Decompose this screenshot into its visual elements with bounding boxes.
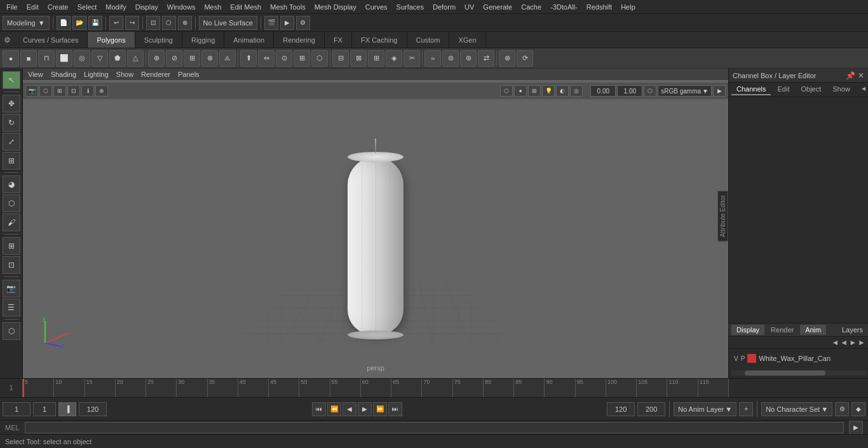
edge-ring-btn[interactable]: ⊠ [350,50,367,67]
anim-end-input[interactable] [607,402,635,416]
render-settings-btn[interactable]: ⚙ [296,16,310,30]
play-back-btn[interactable]: ◀ [342,402,356,416]
tab-rendering[interactable]: Rendering [274,32,325,48]
vp-menu-panels[interactable]: Panels [178,71,200,78]
menu-cache[interactable]: Cache [517,2,545,12]
menu-mesh-tools[interactable]: Mesh Tools [266,2,309,12]
no-character-set-dropdown[interactable]: No Character Set ▼ [761,402,832,416]
tab-settings-btn[interactable]: ⚙ [0,33,14,47]
boolean-btn[interactable]: ⊗ [201,50,218,67]
cb-tab-object[interactable]: Object [796,84,826,95]
layer-tab-render[interactable]: Render [766,325,799,335]
char-set-key-btn[interactable]: ◆ [851,402,865,416]
vp-ao-btn[interactable]: ◎ [570,85,583,97]
layer-p-btn[interactable]: P [741,355,745,362]
outliner-btn[interactable]: ☰ [3,299,20,316]
menu-mesh-display[interactable]: Mesh Display [311,2,360,12]
command-execute-btn[interactable]: ▶ [849,421,863,435]
max-frame-input[interactable] [637,402,665,416]
cb-tab-show[interactable]: Show [827,84,855,95]
layer-scrollbar-thumb[interactable] [745,370,825,376]
lasso-btn[interactable]: ⬡ [162,16,176,30]
timeline-ruler[interactable]: 5101520253035404550556065707580859095100… [23,379,728,397]
save-scene-btn[interactable]: 💾 [88,16,102,30]
show-grid-btn[interactable]: ⊞ [3,237,20,255]
tab-polygons[interactable]: Polygons [88,32,135,48]
vp-cam-btn[interactable]: 📷 [25,85,38,97]
menu-redshift[interactable]: Redshift [583,2,616,12]
menu-windows[interactable]: Windows [163,2,200,12]
menu-3dtoall[interactable]: -3DtoAll- [546,2,581,12]
new-scene-btn[interactable]: 📄 [57,16,71,30]
cb-tab-edit[interactable]: Edit [772,84,794,95]
tab-rigging[interactable]: Rigging [182,32,224,48]
menu-generate[interactable]: Generate [479,2,516,12]
vp-smooth-shade-btn[interactable]: ● [514,85,527,97]
menu-mesh[interactable]: Mesh [200,2,225,12]
open-scene-btn[interactable]: 📂 [72,16,86,30]
mirror-btn[interactable]: ⧌ [219,50,236,67]
append-btn[interactable]: ⊞ [294,50,310,67]
tab-xgen[interactable]: XGen [449,32,485,48]
menu-surfaces[interactable]: Surfaces [393,2,428,12]
vp-gamma-dropdown[interactable]: sRGB gamma ▼ [658,85,712,97]
current-frame-input[interactable] [33,402,56,416]
menu-edit-mesh[interactable]: Edit Mesh [226,2,265,12]
redo-btn[interactable]: ↪ [125,16,139,30]
step-fwd-btn[interactable]: ⏩ [373,402,387,416]
vp-light-btn[interactable]: 💡 [542,85,555,97]
tab-custom[interactable]: Custom [407,32,450,48]
paint-weights-btn[interactable]: ⊗ [499,50,515,67]
cb-right-arrow[interactable]: ◂ [862,84,865,95]
render-btn[interactable]: ⬡ [3,322,20,340]
menu-display[interactable]: Display [132,2,162,12]
vp-menu-view[interactable]: View [28,71,43,78]
vp-menu-lighting[interactable]: Lighting [84,71,109,78]
cube-btn[interactable]: ■ [20,50,37,67]
paint-tool-btn[interactable]: 🖌 [3,214,20,231]
move-tool-btn[interactable]: ✥ [3,95,20,112]
layer-scrollbar[interactable] [731,370,865,376]
menu-modify[interactable]: Modify [102,2,130,12]
soft-select-btn[interactable]: ◕ [3,175,20,193]
tab-animation[interactable]: Animation [224,32,274,48]
sculpt-btn[interactable]: ⊛ [460,50,477,67]
no-anim-layer-dropdown[interactable]: No Anim Layer ▼ [674,402,736,416]
vp-texture-btn[interactable]: ⊞ [528,85,541,97]
vp-film-btn[interactable]: ⬡ [39,85,52,97]
workspace-dropdown[interactable]: Modeling ▼ [3,16,50,30]
attribute-editor-tab[interactable]: Attribute Editor [717,191,728,241]
menu-help[interactable]: Help [617,2,639,12]
vp-menu-shading[interactable]: Shading [51,71,76,78]
separate-btn[interactable]: ⊘ [166,50,182,67]
layer-icon-arrow-left2[interactable]: ◄ [840,338,848,347]
cb-tab-channels[interactable]: Channels [731,84,771,95]
menu-select[interactable]: Select [74,2,101,12]
sphere-btn[interactable]: ● [3,50,19,67]
disk-btn[interactable]: ⬟ [109,50,126,67]
camera-btn[interactable]: 📷 [3,280,20,297]
extract-btn[interactable]: ⊞ [184,50,200,67]
vp-res-btn[interactable]: ⊡ [67,85,80,97]
fill-hole-btn[interactable]: ⊙ [276,50,292,67]
layer-tab-display[interactable]: Display [731,325,764,335]
select-tool-btn[interactable]: ↖ [3,71,20,89]
layer-icon-arrow-right2[interactable]: ► [858,338,865,347]
rotate-tool-btn[interactable]: ↻ [3,114,20,132]
multicut-btn[interactable]: ✂ [403,50,420,67]
vp-safe-btn[interactable]: ⊞ [53,85,66,97]
tab-curves-surfaces[interactable]: Curves / Surfaces [14,32,88,48]
tab-sculpting[interactable]: Sculpting [135,32,182,48]
menu-file[interactable]: File [3,2,22,12]
ipr-btn[interactable]: ▶ [280,16,294,30]
vp-menu-show[interactable]: Show [116,71,134,78]
start-frame-input[interactable] [3,402,31,416]
frame-slider-thumb[interactable]: ▐ [58,402,76,416]
no-live-surface-btn[interactable]: No Live Surface [199,16,257,30]
layer-icon-arrow-left[interactable]: ◄ [831,338,839,347]
relax-btn[interactable]: ⟳ [517,50,533,67]
play-fwd-btn[interactable]: ▶ [358,402,372,416]
step-back-btn[interactable]: ⏪ [327,402,341,416]
menu-uv[interactable]: UV [461,2,478,12]
connect-btn[interactable]: ⊞ [368,50,384,67]
